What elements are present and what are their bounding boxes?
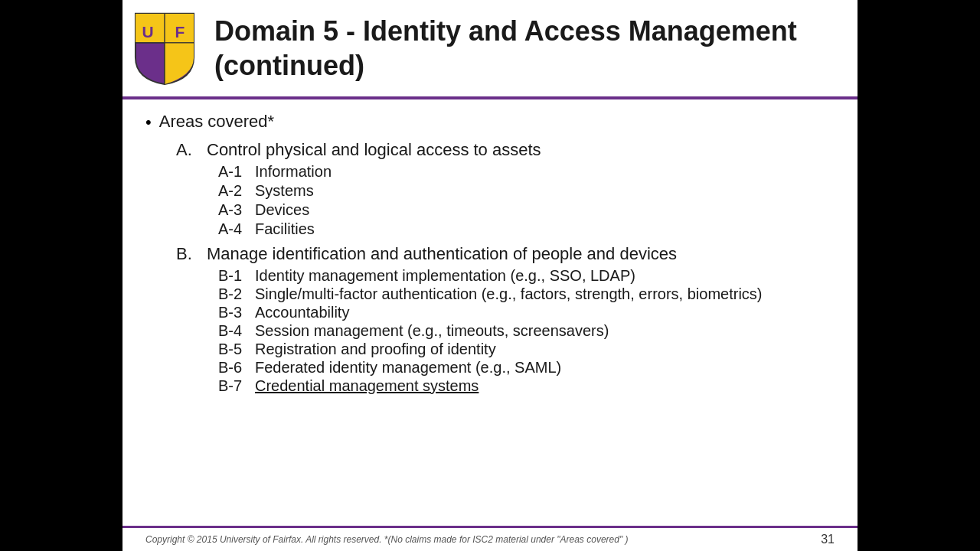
item-text: Session management (e.g., timeouts, scre… — [255, 322, 609, 340]
item-code: B-7 — [218, 377, 247, 395]
list-item: B-4 Session management (e.g., timeouts, … — [218, 322, 835, 340]
item-code: B-6 — [218, 359, 247, 377]
areas-covered-label: Areas covered* — [159, 112, 274, 132]
item-code: B-4 — [218, 322, 247, 340]
list-item: A-1 Information — [218, 163, 835, 181]
section-b-title: B. Manage identification and authenticat… — [176, 244, 835, 264]
item-code: A-3 — [218, 201, 247, 219]
section-b-letter: B. — [176, 244, 199, 264]
list-item: B-3 Accountability — [218, 304, 835, 321]
list-item: B-1 Identity management implementation (… — [218, 267, 835, 285]
list-item: B-6 Federated identity management (e.g.,… — [218, 359, 835, 377]
section-a: A. Control physical and logical access t… — [176, 140, 835, 238]
item-text: Accountability — [255, 304, 349, 321]
list-item: B-5 Registration and proofing of identit… — [218, 341, 835, 358]
list-item: A-3 Devices — [218, 201, 835, 219]
item-code: A-2 — [218, 182, 247, 200]
list-item: B-7 Credential management systems — [218, 377, 835, 395]
slide-footer: Copyright © 2015 University of Fairfax. … — [122, 526, 858, 551]
item-code: B-2 — [218, 285, 247, 303]
list-item: A-4 Facilities — [218, 220, 835, 238]
item-text: Single/multi-factor authentication (e.g.… — [255, 285, 763, 303]
section-b-text: Manage identification and authentication… — [207, 244, 677, 264]
section-b: B. Manage identification and authenticat… — [176, 244, 835, 395]
bullet-point: • — [145, 112, 152, 134]
item-code: B-1 — [218, 267, 247, 285]
item-text: Systems — [255, 182, 314, 200]
section-b-items: B-1 Identity management implementation (… — [218, 267, 835, 395]
item-text: Registration and proofing of identity — [255, 341, 496, 358]
item-code: A-1 — [218, 163, 247, 181]
item-text: Devices — [255, 201, 309, 219]
university-shield-logo: U F — [130, 10, 199, 86]
slide-content: • Areas covered* A. Control physical and… — [122, 99, 858, 526]
footer-copyright: Copyright © 2015 University of Fairfax. … — [145, 534, 629, 545]
slide: U F Domain 5 - Identity and Access Manag… — [122, 0, 858, 551]
item-text: Federated identity management (e.g., SAM… — [255, 359, 561, 377]
item-text: Identity management implementation (e.g.… — [255, 267, 635, 285]
slide-title: Domain 5 - Identity and Access Managemen… — [214, 14, 842, 83]
svg-text:F: F — [175, 23, 185, 41]
slide-header: U F Domain 5 - Identity and Access Manag… — [122, 0, 858, 99]
item-text: Facilities — [255, 220, 315, 238]
item-code: B-3 — [218, 304, 247, 321]
list-item: B-2 Single/multi-factor authentication (… — [218, 285, 835, 303]
section-a-letter: A. — [176, 140, 199, 160]
item-text: Credential management systems — [255, 377, 479, 395]
section-a-text: Control physical and logical access to a… — [207, 140, 541, 160]
item-code: A-4 — [218, 220, 247, 238]
item-text: Information — [255, 163, 332, 181]
item-code: B-5 — [218, 341, 247, 358]
areas-covered-row: • Areas covered* — [145, 112, 835, 134]
svg-text:U: U — [142, 23, 154, 41]
footer-page-number: 31 — [821, 533, 835, 546]
section-a-items: A-1 Information A-2 Systems A-3 Devices … — [218, 163, 835, 238]
section-a-title: A. Control physical and logical access t… — [176, 140, 835, 160]
list-item: A-2 Systems — [218, 182, 835, 200]
